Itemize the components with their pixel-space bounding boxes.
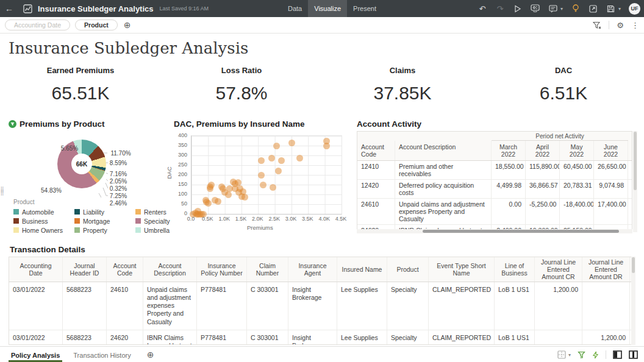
- x-tick-label: 0.5K: [202, 216, 213, 222]
- back-icon[interactable]: ←: [0, 4, 18, 13]
- scatter-point[interactable]: [208, 182, 215, 188]
- scatter-point[interactable]: [296, 155, 303, 161]
- column-header[interactable]: May 2022: [560, 141, 594, 160]
- scatter-point[interactable]: [268, 155, 275, 161]
- scatter-point[interactable]: [273, 143, 280, 149]
- add-filter-icon[interactable]: ⊕: [124, 20, 131, 30]
- column-header[interactable]: Claim Number: [247, 257, 288, 282]
- scatter-point[interactable]: [258, 172, 265, 179]
- scatter-point[interactable]: [258, 157, 265, 164]
- column-header[interactable]: Account Description: [143, 257, 197, 282]
- user-avatar[interactable]: UF: [629, 3, 640, 15]
- column-header[interactable]: June 2022: [594, 141, 628, 160]
- preview-play-icon[interactable]: [513, 4, 523, 13]
- kpi-earned-premiums[interactable]: Earned Premiums 65.51K: [0, 66, 161, 104]
- column-header[interactable]: Accounting Date: [9, 257, 63, 282]
- canvas-tab-transaction-history[interactable]: Transaction History: [71, 349, 133, 361]
- column-header[interactable]: Insurance Agent: [288, 257, 337, 282]
- save-icon[interactable]: [606, 4, 616, 13]
- table-row[interactable]: 03/01/2022568822324610Unpaid claims and …: [9, 282, 634, 330]
- limit-filters-icon[interactable]: [593, 21, 601, 29]
- column-header[interactable]: Journal Line Entered Amount CR: [535, 257, 582, 282]
- legend-swatch: [13, 227, 19, 233]
- kpi-label: DAC: [483, 66, 644, 75]
- redo-icon[interactable]: ↷: [495, 4, 505, 13]
- table-cell: 5688223: [63, 330, 107, 345]
- kpi-claims[interactable]: Claims 37.85K: [322, 66, 483, 104]
- column-header[interactable]: Account Code: [107, 257, 143, 282]
- canvas-layout-caret-icon[interactable]: ▾: [568, 352, 571, 358]
- transaction-details-vertical-scrollbar[interactable]: [631, 257, 635, 345]
- table-cell: [535, 330, 582, 345]
- toggle-left-panel-icon[interactable]: [613, 350, 622, 359]
- table-row[interactable]: 12420Deferred policy acquisition costs4,…: [357, 180, 632, 199]
- legend-item[interactable]: Mortgage: [74, 216, 127, 225]
- table-cell: 24610: [107, 282, 143, 330]
- scatter-point[interactable]: [288, 140, 295, 146]
- open-in-new-icon[interactable]: [589, 4, 598, 13]
- column-header[interactable]: Account Description: [395, 141, 492, 160]
- tab-visualize[interactable]: Visualize: [308, 0, 347, 17]
- legend-item[interactable]: Home Owners: [13, 225, 66, 235]
- kpi-loss-ratio[interactable]: Loss Ratio 57.8%: [161, 66, 322, 104]
- panel-drag-handle[interactable]: ||||: [1, 188, 4, 194]
- scatter-point[interactable]: [242, 194, 248, 201]
- kpi-dac[interactable]: DAC 6.51K: [483, 66, 644, 104]
- comment-caret-icon[interactable]: ▾: [560, 6, 563, 12]
- scatter-x-ticks: 0.00.5K1.0K1.5K2.0K2.5K3.0K3.5K4.0K4.5K: [191, 216, 341, 223]
- app-window: ← Insurance Subledger Analytics Last Sav…: [0, 0, 644, 362]
- column-header[interactable]: Line of Business: [495, 257, 535, 282]
- scatter-point[interactable]: [275, 168, 282, 174]
- scatter-point[interactable]: [260, 182, 267, 188]
- legend-item[interactable]: Business: [13, 216, 66, 225]
- table-cell: 115,890.00: [526, 161, 560, 179]
- scatter-point[interactable]: [215, 198, 221, 205]
- account-activity-horizontal-scrollbar[interactable]: [357, 229, 632, 233]
- legend-item[interactable]: Liability: [74, 207, 127, 216]
- save-caret-icon[interactable]: ▾: [618, 6, 621, 12]
- canvas-tab-policy-analysis[interactable]: Policy Analysis: [9, 349, 62, 361]
- scatter-point[interactable]: [225, 191, 232, 198]
- scatter-point[interactable]: [323, 143, 330, 149]
- canvas-layout-icon[interactable]: [557, 350, 566, 359]
- column-header[interactable]: Journal Line Entered Amount DR: [582, 257, 630, 282]
- legend-item[interactable]: Automobile: [13, 207, 66, 216]
- column-header[interactable]: Event Type Short Name: [429, 257, 495, 282]
- table-cell: P778481: [197, 330, 247, 345]
- filter-chip-accounting-date[interactable]: Accounting Date: [5, 20, 70, 30]
- auto-refresh-lightning-icon[interactable]: [592, 351, 599, 359]
- column-header[interactable]: April 2022: [526, 141, 560, 160]
- column-header[interactable]: Journal Header ID: [63, 257, 107, 282]
- tab-present[interactable]: Present: [347, 0, 382, 17]
- y-tick-label: 350: [178, 142, 187, 148]
- column-header[interactable]: Insured Name: [337, 257, 387, 282]
- column-header[interactable]: March 2022: [492, 141, 526, 160]
- scatter-point[interactable]: [270, 184, 276, 191]
- insights-lightbulb-icon[interactable]: [571, 4, 581, 13]
- account-activity-vertical-scrollbar[interactable]: [633, 131, 637, 232]
- refresh-data-icon[interactable]: [531, 4, 540, 13]
- tab-data[interactable]: Data: [282, 0, 308, 17]
- filter-chip-product[interactable]: Product: [75, 20, 118, 30]
- column-header[interactable]: Product: [387, 257, 429, 282]
- add-canvas-icon[interactable]: ⊕: [147, 350, 154, 360]
- undo-icon[interactable]: ↶: [478, 4, 487, 13]
- table-row[interactable]: 03/01/2022568822324620IBNR Claims Incurr…: [9, 330, 634, 345]
- scatter-point[interactable]: [205, 200, 212, 207]
- kpi-label: Claims: [322, 66, 483, 75]
- table-row[interactable]: 24610Unpaid claims and adjustment expens…: [357, 199, 632, 225]
- filter-applied-icon[interactable]: [9, 120, 16, 128]
- legend-item[interactable]: Property: [74, 225, 127, 235]
- canvas-settings-gear-icon[interactable]: ⚙: [617, 21, 624, 30]
- comment-icon[interactable]: [548, 4, 558, 13]
- scatter-point[interactable]: [278, 157, 285, 164]
- divider: [609, 21, 609, 29]
- column-header[interactable]: Insurance Policy Number: [197, 257, 247, 282]
- canvas-menu-kebab-icon[interactable]: ⋮: [631, 21, 639, 30]
- auto-apply-filters-icon[interactable]: [578, 351, 585, 359]
- last-saved-text: Last Saved 9:16 AM: [160, 5, 209, 12]
- y-tick-label: 50: [181, 201, 187, 207]
- toggle-right-panel-icon[interactable]: [629, 350, 638, 359]
- column-header[interactable]: Account Code: [357, 141, 395, 160]
- table-row[interactable]: 12410Premium and other receivables18,550…: [357, 161, 632, 180]
